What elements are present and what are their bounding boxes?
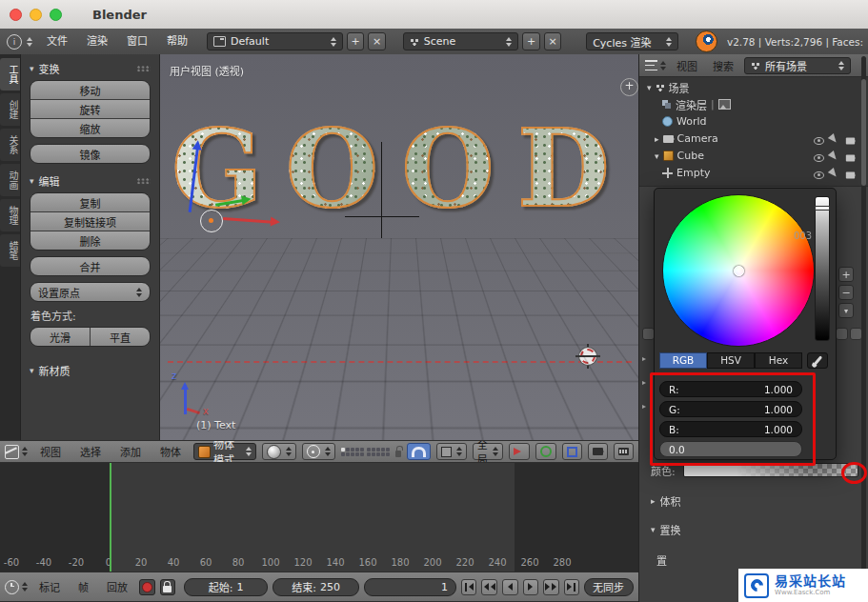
start-frame-field[interactable]: 起始: 1 <box>184 578 268 596</box>
mode-dropdown[interactable]: 物体模式 <box>193 443 256 460</box>
tab-hsv[interactable]: HSV <box>707 352 755 369</box>
window-close-button[interactable] <box>10 9 22 21</box>
jump-prev-keyframe-button[interactable] <box>481 579 497 595</box>
empty-restrict-toggles[interactable] <box>814 169 856 181</box>
opengl-render-image-button[interactable] <box>588 443 608 460</box>
outliner-menu-search[interactable]: 搜索 <box>706 58 740 73</box>
layout-add-button[interactable] <box>347 32 364 50</box>
info-editor-type-button[interactable] <box>4 34 35 50</box>
set-origin-dropdown[interactable]: 设置原点 <box>30 282 151 302</box>
jump-to-end-button[interactable] <box>564 579 580 595</box>
scale-button[interactable]: 缩放 <box>30 118 150 137</box>
timeline-menu-playback[interactable]: 回放 <box>100 579 134 594</box>
properties-tab-icon-fragment[interactable] <box>836 328 848 340</box>
panel-grip-icon[interactable] <box>137 66 151 72</box>
jump-to-start-button[interactable] <box>461 579 477 595</box>
duplicate-linked-button[interactable]: 复制链接项 <box>30 211 150 231</box>
opengl-render-animation-button[interactable] <box>614 443 634 460</box>
outliner-row-scene[interactable]: 场景 <box>639 79 860 95</box>
visibility-eye-icon[interactable] <box>814 137 824 145</box>
3d-text-object[interactable]: GOOD <box>172 115 635 222</box>
current-frame-playhead[interactable] <box>110 463 111 572</box>
snap-toggle-button[interactable] <box>407 443 431 460</box>
jump-next-keyframe-button[interactable] <box>543 579 559 595</box>
renderability-camera-icon[interactable] <box>846 137 855 144</box>
pivot-point-dropdown[interactable] <box>302 443 335 460</box>
color-wheel-cursor[interactable] <box>734 266 744 276</box>
scrollbar-thumb[interactable] <box>861 79 866 186</box>
tool-tab-tools[interactable]: 工具 <box>0 58 20 90</box>
scene-delete-button[interactable] <box>544 32 561 50</box>
tool-tab-relations[interactable]: 关系 <box>0 129 20 161</box>
timeline-editor-type-button[interactable] <box>5 580 28 594</box>
window-zoom-button[interactable] <box>50 9 62 21</box>
manipulator-translate-toggle[interactable] <box>509 443 530 460</box>
outliner-menu-view[interactable]: 视图 <box>670 58 704 73</box>
panel-header-new-material[interactable]: 新材质 <box>30 362 151 379</box>
timeline-menu-marker[interactable]: 标记 <box>32 579 67 594</box>
av-sync-dropdown[interactable]: 无同步 <box>584 578 634 596</box>
3d-viewport[interactable]: GOOD 用户视图 (透视) z x (1) Text <box>160 54 638 440</box>
panel-header-edit[interactable]: 编辑 <box>30 172 151 190</box>
outliner-row-renderlayers[interactable]: 渲染层 | <box>639 96 860 112</box>
properties-region-expand-icon[interactable] <box>620 78 638 96</box>
outliner-display-filter-dropdown[interactable]: 所有场景 <box>744 57 851 74</box>
panel-header-transform[interactable]: 变换 <box>30 60 151 77</box>
timeline-editor[interactable]: -60 -40 -20 0 20 40 60 80 100 120 140 16… <box>0 463 638 572</box>
shade-flat-button[interactable]: 平直 <box>90 328 150 346</box>
scene-add-button[interactable] <box>522 32 539 50</box>
menu-render[interactable]: 渲染 <box>79 30 115 54</box>
expand-triangle-icon[interactable] <box>647 83 652 92</box>
material-slot-specials-button[interactable]: ▾ <box>838 303 854 318</box>
lock-time-cursor-button[interactable] <box>160 579 176 595</box>
viewport-menu-view[interactable]: 视图 <box>33 444 68 459</box>
manipulator-rotate-toggle[interactable] <box>535 443 556 460</box>
expand-triangle-icon[interactable] <box>655 151 659 161</box>
renderability-camera-icon[interactable] <box>846 171 855 178</box>
render-engine-selector[interactable]: Cycles 渲染 <box>586 32 678 50</box>
current-frame-field[interactable]: 1 <box>364 578 456 596</box>
play-button[interactable] <box>523 579 539 595</box>
window-minimize-button[interactable] <box>30 9 42 21</box>
tool-tab-animation[interactable]: 动画 <box>0 164 20 196</box>
panel-header-displacement[interactable]: 置换 <box>651 522 681 537</box>
scene-selector[interactable]: Scene <box>403 32 519 50</box>
tab-rgb[interactable]: RGB <box>659 352 707 369</box>
expand-triangle-icon[interactable] <box>655 134 659 144</box>
tool-tab-grease-pencil[interactable]: 蜡笔 <box>0 234 20 267</box>
viewport-menu-select[interactable]: 选择 <box>73 444 108 459</box>
play-reverse-button[interactable] <box>502 579 518 595</box>
material-slot-add-button[interactable] <box>838 267 854 282</box>
selectability-cursor-icon[interactable] <box>828 150 841 165</box>
tab-hex[interactable]: Hex <box>755 352 802 369</box>
viewport-menu-add[interactable]: 添加 <box>113 444 148 459</box>
value-slider-handle[interactable] <box>815 206 830 211</box>
end-frame-field[interactable]: 结束: 250 <box>273 578 359 596</box>
selectability-cursor-icon[interactable] <box>828 133 841 148</box>
panel-collapse-arrow[interactable] <box>642 378 646 387</box>
value-slider[interactable] <box>815 196 830 341</box>
viewport-menu-object[interactable]: 物体 <box>153 444 188 459</box>
duplicate-button[interactable]: 复制 <box>30 193 150 211</box>
timeline-menu-frame[interactable]: 帧 <box>71 579 95 594</box>
tool-tab-physics[interactable]: 物理 <box>0 199 20 231</box>
snap-element-dropdown[interactable] <box>436 443 467 460</box>
layout-delete-button[interactable] <box>368 32 385 50</box>
visibility-eye-icon[interactable] <box>814 154 824 162</box>
viewport-shading-dropdown[interactable] <box>262 443 296 460</box>
translate-button[interactable]: 移动 <box>30 81 150 99</box>
manipulator-scale-toggle[interactable] <box>562 443 582 460</box>
tool-tab-create[interactable]: 创建 <box>0 93 20 126</box>
eyedropper-button[interactable] <box>807 352 828 369</box>
color-wheel[interactable] <box>662 194 815 347</box>
outliner-row-world[interactable]: World <box>639 113 860 130</box>
mirror-button[interactable]: 镜像 <box>30 144 151 164</box>
transform-orientation-dropdown[interactable]: 全局 <box>473 443 503 460</box>
selectability-cursor-icon[interactable] <box>828 168 841 182</box>
rotate-button[interactable]: 旋转 <box>30 99 150 118</box>
auto-keyframe-record-button[interactable] <box>139 579 155 595</box>
material-slot-remove-button[interactable]: − <box>838 285 854 300</box>
panel-header-volume[interactable]: 体积 <box>651 493 681 509</box>
scene-lock-icon[interactable] <box>395 451 401 457</box>
screen-layout-selector[interactable]: Default <box>207 32 343 50</box>
